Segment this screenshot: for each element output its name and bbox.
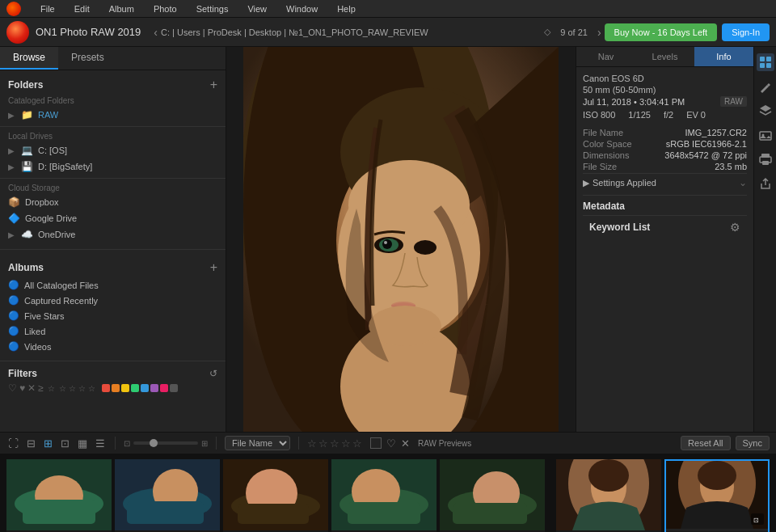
color-swatch[interactable]: [370, 437, 382, 449]
album-all[interactable]: 🔵 All Cataloged Files: [0, 277, 226, 293]
folder-onedrive[interactable]: ▶ ☁️ OneDrive: [0, 226, 226, 243]
star-3[interactable]: ☆: [330, 437, 340, 450]
tab-presets[interactable]: Presets: [58, 47, 117, 70]
app-logo-title: [6, 21, 29, 44]
filter-star-3[interactable]: ☆: [69, 384, 76, 393]
cataloged-label: Cataloged Folders: [0, 95, 226, 107]
filter-star-4[interactable]: ☆: [78, 384, 86, 393]
album-videos[interactable]: 🔵 Videos: [0, 339, 226, 354]
colorspace-label: Color Space: [583, 139, 632, 149]
far-share-icon[interactable]: [757, 175, 774, 192]
drive-c-icon: 💻: [21, 145, 33, 156]
sort-dropdown[interactable]: File Name Date Rating: [225, 436, 290, 450]
film-item-5[interactable]: [440, 459, 545, 532]
svg-rect-17: [760, 57, 765, 61]
album-liked[interactable]: 🔵 Liked: [0, 323, 226, 339]
onedrive-name: OneDrive: [38, 230, 75, 239]
film-item-1256[interactable]: IMG_1256.CR2: [556, 459, 661, 532]
menu-help[interactable]: Help: [334, 2, 359, 15]
nav-back-arrow[interactable]: ‹: [150, 26, 161, 39]
folder-item-d[interactable]: ▶ 💾 D: [BigSafety]: [0, 158, 226, 175]
filter-heart-icon[interactable]: ♡: [8, 382, 17, 394]
tab-browse[interactable]: Browse: [0, 47, 58, 70]
far-layers-icon[interactable]: [757, 102, 774, 120]
list-icon[interactable]: ☰: [94, 436, 107, 451]
album-five-stars[interactable]: 🔵 Five Stars: [0, 308, 226, 323]
menu-file[interactable]: File: [37, 2, 58, 15]
color-dot-purple[interactable]: [150, 384, 158, 392]
tab-info[interactable]: Info: [694, 47, 753, 66]
keyword-settings-icon[interactable]: ⚙: [730, 221, 740, 234]
far-gallery-icon[interactable]: [757, 126, 774, 144]
star-5[interactable]: ☆: [352, 437, 362, 450]
sync-button[interactable]: Sync: [736, 436, 770, 450]
album-fivestars-icon: 🔵: [8, 310, 19, 321]
color-dot-red[interactable]: [102, 384, 110, 392]
folder-item-raw[interactable]: ▶ 📁 RAW: [0, 107, 226, 123]
color-dot-yellow[interactable]: [121, 384, 129, 392]
grid-icon[interactable]: ⊞: [42, 436, 54, 451]
albums-add-icon[interactable]: +: [210, 261, 217, 274]
film-thumb-2: [115, 459, 220, 530]
far-edit-icon[interactable]: [757, 78, 774, 95]
far-print-icon[interactable]: [757, 150, 774, 168]
film-item-2[interactable]: [115, 459, 220, 532]
menu-album[interactable]: Album: [106, 2, 137, 15]
dropbox-name: Dropbox: [25, 197, 59, 207]
album-captured-name: Captured Recently: [24, 296, 98, 306]
color-label-dots: [102, 384, 178, 392]
star-2[interactable]: ☆: [318, 437, 328, 450]
far-right-panel: [753, 47, 776, 432]
film-item-1[interactable]: [6, 459, 112, 532]
folder-googledrive[interactable]: 🔷 Google Drive: [0, 210, 226, 226]
color-dot-blue[interactable]: [141, 384, 149, 392]
color-dot-green[interactable]: [131, 384, 139, 392]
film-item-4[interactable]: [331, 459, 436, 532]
filter-star-1[interactable]: ☆: [48, 384, 55, 393]
color-dot-orange[interactable]: [112, 384, 120, 392]
menu-settings[interactable]: Settings: [193, 2, 232, 15]
file-path: C: | Users | ProDesk | Desktop | №1_ON1_…: [161, 27, 541, 37]
filter-x-icon[interactable]: ✕: [27, 382, 36, 394]
filters-section: Filters ↺ ♡ ♥ ✕ ≥ ☆ ☆ ☆ ☆ ☆: [0, 365, 226, 397]
tab-levels[interactable]: Levels: [635, 47, 694, 66]
film-item-3[interactable]: [223, 459, 328, 532]
grid2-icon[interactable]: ⊡: [59, 436, 71, 451]
filter-gte-icon[interactable]: ≥: [38, 382, 44, 394]
metadata-header[interactable]: Metadata: [583, 195, 747, 215]
folder-dropbox[interactable]: 📦 Dropbox: [0, 194, 226, 210]
menu-photo[interactable]: Photo: [150, 2, 180, 15]
filter-star-2[interactable]: ☆: [59, 384, 66, 393]
heart-icon[interactable]: ♡: [386, 437, 396, 450]
far-browse-icon[interactable]: [757, 53, 774, 71]
color-dot-pink[interactable]: [160, 384, 168, 392]
folders-add-icon[interactable]: +: [210, 78, 217, 91]
tab-nav[interactable]: Nav: [576, 47, 635, 66]
signin-button[interactable]: Sign-In: [722, 23, 770, 41]
reject-icon[interactable]: ✕: [401, 437, 410, 450]
buy-button[interactable]: Buy Now - 16 Days Left: [605, 23, 718, 41]
menu-view[interactable]: View: [244, 2, 270, 15]
compare-icon[interactable]: ⊟: [25, 436, 37, 451]
menu-edit[interactable]: Edit: [71, 2, 93, 15]
settings-applied-row[interactable]: ▶ Settings Applied ⌄: [583, 173, 747, 192]
album-captured[interactable]: 🔵 Captured Recently: [0, 293, 226, 308]
filter-star-5[interactable]: ☆: [88, 384, 95, 393]
reset-all-button[interactable]: Reset All: [681, 436, 730, 450]
menu-window[interactable]: Window: [283, 2, 321, 15]
svg-point-53: [698, 461, 736, 490]
color-dot-gray[interactable]: [170, 384, 178, 392]
folder-item-c[interactable]: ▶ 💻 C: [OS]: [0, 142, 226, 158]
zoom-slider-thumb: [150, 439, 158, 447]
svg-point-49: [588, 459, 629, 492]
star-1[interactable]: ☆: [307, 437, 317, 450]
nav-forward-arrow[interactable]: ›: [594, 26, 605, 39]
filters-reset-icon[interactable]: ↺: [209, 368, 217, 379]
filmstrip-icon[interactable]: ▦: [76, 436, 89, 451]
film-item-1257[interactable]: ⊡ IMG_1257.CR2: [664, 459, 770, 532]
star-4[interactable]: ☆: [341, 437, 351, 450]
shutter-value: 1/125: [628, 110, 651, 120]
zoom-slider[interactable]: [133, 441, 198, 445]
fullscreen-icon[interactable]: ⛶: [6, 436, 20, 451]
filter-heartfull-icon[interactable]: ♥: [19, 382, 25, 394]
